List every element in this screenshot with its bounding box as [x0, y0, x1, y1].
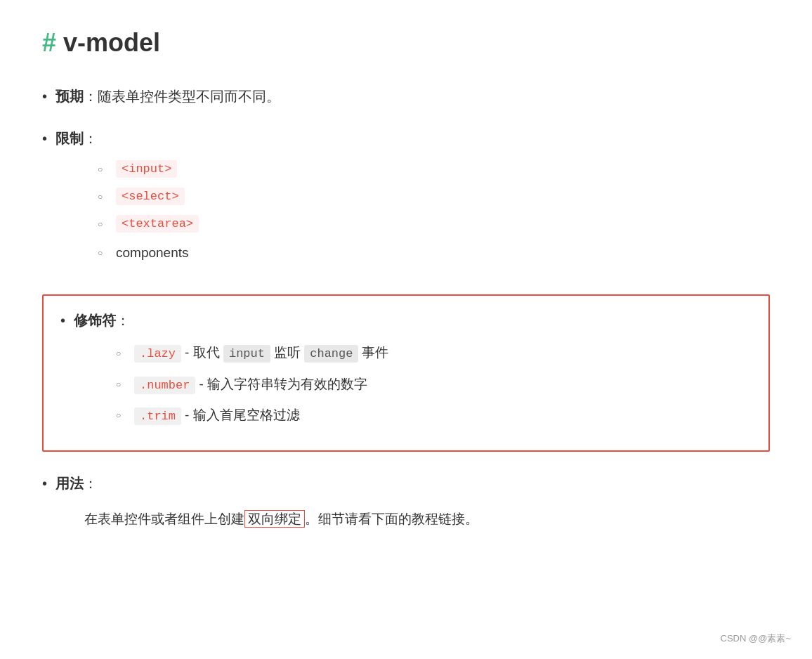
modifier-trim-content: .trim - 输入首尾空格过滤 — [134, 405, 300, 426]
modifier-label: 修饰符： — [74, 313, 130, 328]
bullet-item-usage: • 用法： — [42, 473, 770, 494]
usage-text-after: 。细节请看下面的教程链接。 — [305, 511, 478, 526]
code-number: .number — [134, 377, 195, 394]
code-textarea: <textarea> — [116, 215, 199, 233]
section-modifier: • 修饰符： ○ .lazy - 取代 input 监听 change 事件 — [42, 294, 770, 451]
sub-dot-5: ○ — [116, 348, 123, 358]
sub-item-textarea: ○ <textarea> — [98, 215, 199, 233]
sub-item-number: ○ .number - 输入字符串转为有效的数字 — [116, 374, 752, 395]
bullet-item-expected: • 预期：随表单控件类型不同而不同。 — [42, 86, 770, 107]
sub-dot-2: ○ — [98, 192, 105, 202]
code-trim: .trim — [134, 407, 181, 425]
sub-dot: ○ — [98, 164, 105, 174]
title-text: v-model — [63, 28, 160, 58]
usage-description: 在表单控件或者组件上创建双向绑定。细节请看下面的教程链接。 — [84, 508, 770, 530]
sub-item-lazy: ○ .lazy - 取代 input 监听 change 事件 — [116, 342, 752, 363]
sub-item-components: ○ components — [98, 242, 199, 263]
sub-item-input: ○ <input> — [98, 160, 199, 178]
sub-item-trim: ○ .trim - 输入首尾空格过滤 — [116, 405, 752, 426]
page-title: # v-model — [42, 28, 770, 58]
bullet-dot: • — [42, 86, 47, 107]
restriction-label: 限制： — [55, 131, 98, 146]
usage-highlight-word: 双向绑定 — [244, 510, 305, 528]
text-components: components — [116, 242, 189, 263]
code-lazy: .lazy — [134, 345, 181, 363]
code-lazy-change: change — [304, 345, 358, 363]
text-lazy-3: 事件 — [362, 345, 388, 360]
usage-label: 用法： — [55, 476, 98, 491]
hash-symbol: # — [42, 28, 56, 58]
code-select: <select> — [116, 188, 185, 205]
expected-label: 预期：随表单控件类型不同而不同。 — [55, 89, 280, 104]
sub-dot-6: ○ — [116, 379, 123, 389]
bullet-dot-2: • — [42, 128, 47, 149]
sub-dot-7: ○ — [116, 410, 123, 420]
usage-text-before: 在表单控件或者组件上创建 — [84, 511, 244, 526]
sub-item-select: ○ <select> — [98, 188, 199, 205]
bullet-dot-4: • — [42, 473, 47, 494]
bullet-dot-3: • — [60, 310, 65, 331]
modifier-lazy-content: .lazy - 取代 input 监听 change 事件 — [134, 342, 388, 363]
modifier-sub-list: ○ .lazy - 取代 input 监听 change 事件 ○ .numbe… — [116, 342, 752, 426]
text-trim: - 输入首尾空格过滤 — [185, 407, 300, 422]
code-input: <input> — [116, 160, 177, 178]
text-lazy-1: - 取代 — [185, 345, 223, 360]
text-number: - 输入字符串转为有效的数字 — [199, 377, 367, 391]
section-usage: • 用法： 在表单控件或者组件上创建双向绑定。细节请看下面的教程链接。 — [42, 473, 770, 530]
modifier-number-content: .number - 输入字符串转为有效的数字 — [134, 374, 367, 395]
bullet-item-restriction: • 限制： ○ <input> ○ <select> ○ <textarea> — [42, 128, 770, 273]
text-lazy-2: 监听 — [274, 345, 304, 360]
sub-dot-3: ○ — [98, 219, 105, 229]
watermark: CSDN @@素素~ — [721, 632, 791, 645]
sub-dot-4: ○ — [98, 248, 105, 258]
bullet-item-modifier: • 修饰符： ○ .lazy - 取代 input 监听 change 事件 — [60, 310, 752, 436]
section-restriction: • 限制： ○ <input> ○ <select> ○ <textarea> — [42, 128, 770, 273]
code-lazy-input: input — [223, 345, 270, 363]
section-expected: • 预期：随表单控件类型不同而不同。 — [42, 86, 770, 107]
restriction-sub-list: ○ <input> ○ <select> ○ <textarea> ○ comp… — [98, 160, 199, 263]
